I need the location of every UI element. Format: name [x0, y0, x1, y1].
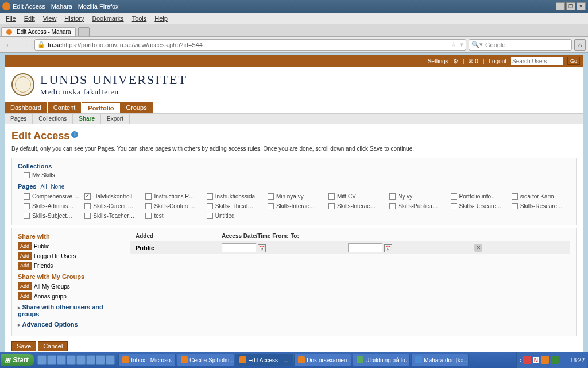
page-item[interactable]: Skills-Ethical… [207, 203, 265, 209]
page-checkbox[interactable] [207, 193, 213, 200]
share-other-users-toggle[interactable]: Share with other users and groups [18, 304, 104, 317]
back-button[interactable]: ← [2, 39, 16, 51]
page-checkbox[interactable] [207, 213, 213, 219]
from-calendar-icon[interactable]: 📅 [258, 244, 266, 252]
page-item[interactable]: Portfolio info… [451, 193, 509, 200]
page-item[interactable]: Mitt CV [328, 193, 387, 200]
page-checkbox[interactable] [328, 203, 335, 209]
ql-icon[interactable] [96, 355, 105, 365]
ql-icon[interactable] [86, 355, 95, 365]
page-item[interactable]: Min nya vy [268, 193, 326, 200]
menu-history[interactable]: History [61, 14, 87, 23]
taskbar-clock[interactable]: 16:22 [570, 357, 585, 363]
add-button[interactable]: Add [18, 242, 32, 250]
menu-edit[interactable]: Edit [21, 14, 38, 23]
inbox-link[interactable]: ✉ 0 [469, 58, 478, 64]
tray-expand-icon[interactable]: ‹ [519, 357, 521, 363]
home-button[interactable]: ⌂ [574, 39, 586, 51]
page-item[interactable]: Skills-Publica… [389, 203, 448, 209]
subnav-pages[interactable]: Pages [5, 114, 33, 124]
new-tab-button[interactable]: + [78, 27, 90, 36]
nav-content[interactable]: Content [48, 102, 82, 113]
browser-search-box[interactable]: 🔍▾ Google [469, 39, 572, 51]
page-checkbox[interactable] [328, 193, 335, 200]
search-users-input[interactable] [511, 57, 563, 65]
page-checkbox[interactable] [207, 203, 213, 209]
page-checkbox[interactable] [84, 213, 91, 219]
page-checkbox[interactable] [512, 193, 518, 200]
ql-icon[interactable] [47, 355, 56, 365]
minimize-button[interactable]: _ [556, 2, 565, 10]
nav-portfolio[interactable]: Portfolio [82, 102, 120, 113]
menu-bookmarks[interactable]: Bookmarks [89, 14, 127, 23]
page-item[interactable]: Skills-Confere… [145, 203, 204, 209]
page-checkbox[interactable] [84, 193, 91, 200]
tray-icon[interactable] [523, 356, 531, 364]
nav-groups[interactable]: Groups [121, 102, 153, 113]
info-icon[interactable]: i [71, 131, 78, 138]
close-button[interactable]: ✕ [577, 2, 586, 10]
delete-rule-button[interactable]: ✕ [474, 244, 482, 252]
advanced-options-toggle[interactable]: Advanced Options [18, 321, 107, 328]
collection-checkbox[interactable] [24, 172, 30, 178]
page-checkbox[interactable] [389, 203, 396, 209]
taskbar-task[interactable]: Cecilia Sjöholm … [177, 354, 234, 366]
page-checkbox[interactable] [24, 203, 30, 209]
taskbar-task[interactable]: Edit Access - … [235, 354, 293, 366]
settings-link[interactable]: Settings [428, 58, 448, 64]
search-go-button[interactable]: Go [567, 57, 580, 65]
to-date-input[interactable] [348, 243, 382, 252]
browser-tab[interactable]: Edit Access - Mahara [1, 27, 76, 36]
add-button[interactable]: Add [18, 262, 32, 270]
page-checkbox[interactable] [268, 203, 274, 209]
page-checkbox[interactable] [24, 193, 30, 200]
add-button[interactable]: Add [18, 252, 32, 260]
ql-icon[interactable] [106, 355, 115, 365]
tray-icon[interactable] [551, 356, 559, 364]
tray-n-icon[interactable]: N [533, 357, 539, 363]
ql-icon[interactable] [76, 355, 86, 365]
page-checkbox[interactable] [451, 203, 457, 209]
subnav-share[interactable]: Share [73, 114, 101, 124]
taskbar-task[interactable]: Doktorsexamen … [294, 354, 351, 366]
ql-icon[interactable] [57, 355, 66, 365]
collection-item[interactable]: My Skills [24, 172, 570, 178]
page-item[interactable]: Skills-Teacher… [84, 213, 143, 219]
logout-link[interactable]: Logout [489, 58, 506, 64]
forward-button[interactable]: → [18, 39, 32, 51]
start-button[interactable]: ⊞ Start [1, 354, 34, 366]
taskbar-task[interactable]: Inbox - Microso… [118, 354, 176, 366]
nav-dashboard[interactable]: Dashboard [5, 102, 48, 113]
page-checkbox[interactable] [451, 193, 457, 200]
bookmark-star-icon[interactable]: ☆ [451, 41, 457, 48]
page-checkbox[interactable] [512, 203, 518, 209]
subnav-export[interactable]: Export [101, 114, 130, 124]
page-item[interactable]: Skills-Adminis… [24, 203, 82, 209]
settings-gear-icon[interactable]: ⚙ [453, 58, 458, 64]
url-bar[interactable]: 🔒 lu.se https://portfolio.omv.lu.se/view… [34, 39, 466, 51]
cancel-button[interactable]: Cancel [38, 341, 68, 351]
subnav-collections[interactable]: Collections [33, 114, 73, 124]
page-item[interactable]: Skills-Researc… [451, 203, 509, 209]
taskbar-task[interactable]: Mahara.doc [ko… [411, 354, 469, 366]
page-item[interactable]: Skills-Researc… [512, 203, 570, 209]
page-checkbox[interactable] [145, 213, 152, 219]
page-item[interactable]: sida för Karin [512, 193, 570, 200]
page-checkbox[interactable] [268, 193, 274, 200]
menu-view[interactable]: View [40, 14, 60, 23]
select-none-link[interactable]: None [51, 183, 64, 190]
maximize-button[interactable]: ❐ [566, 2, 575, 10]
menu-tools[interactable]: Tools [129, 14, 150, 23]
page-checkbox[interactable] [389, 193, 396, 200]
taskbar-task[interactable]: Utbildning på fo… [353, 354, 410, 366]
page-checkbox[interactable] [24, 213, 30, 219]
page-item[interactable]: Skills-Interac… [328, 203, 387, 209]
ql-icon[interactable] [67, 355, 76, 365]
page-item[interactable]: Halvtidskontroll [84, 193, 143, 200]
tray-icon[interactable] [560, 356, 568, 364]
page-checkbox[interactable] [84, 203, 91, 209]
from-date-input[interactable] [222, 243, 256, 252]
select-all-link[interactable]: All [40, 183, 47, 190]
page-item[interactable]: Instructions P… [145, 193, 204, 200]
page-checkbox[interactable] [145, 203, 152, 209]
